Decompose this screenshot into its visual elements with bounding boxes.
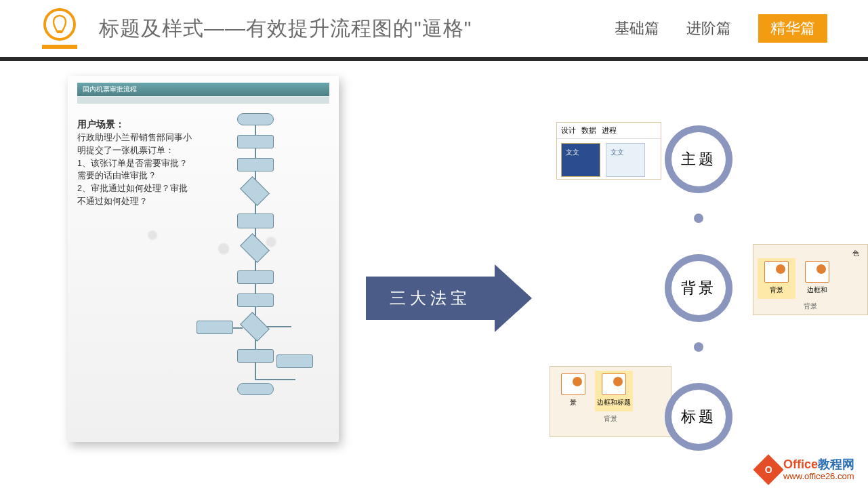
treasure-title: 景 边框和标题 背景 标题	[563, 373, 800, 461]
treasure-background: 色 背景 边框和 背景 背景	[563, 244, 800, 332]
doc-title-bar: 国内机票审批流程	[77, 83, 329, 96]
nav-tabs: 基础篇 进阶篇 精华篇	[615, 14, 827, 43]
tab-essence[interactable]: 精华篇	[758, 14, 827, 43]
tab-data: 数据	[581, 125, 596, 136]
title-ribbon-thumb: 景 边框和标题 背景	[550, 366, 671, 437]
circle-title: 标题	[665, 383, 732, 451]
tab-design: 设计	[561, 125, 576, 136]
svg-rect-1	[57, 31, 62, 33]
treasures-column: 设计 数据 进程 文文 文文 主题 色	[563, 115, 800, 474]
flowchart-document: 国内机票审批流程 用户场景： 行政助理小兰帮销售部同事小明提交了一张机票订单： …	[68, 76, 339, 442]
watermark: O Office教程网 www.office26.com	[758, 458, 854, 481]
bg-ribbon-thumb: 色 背景 边框和 背景	[753, 244, 868, 315]
theme-ribbon-thumb: 设计 数据 进程 文文 文文	[556, 122, 661, 180]
circle-bg-label: 背景	[671, 261, 726, 315]
bulb-icon	[41, 8, 79, 56]
ribbon-btn-background: 背景	[758, 258, 795, 299]
circle-theme: 主题	[665, 125, 732, 193]
theme-thumb-dark: 文文	[561, 143, 600, 177]
circle-theme-label: 主题	[671, 132, 726, 186]
page-title: 标题及样式——有效提升流程图的"逼格"	[99, 15, 472, 43]
ribbon-group-bg: 背景	[758, 302, 863, 311]
doc-sub-bar	[77, 97, 329, 104]
tab-basic[interactable]: 基础篇	[615, 18, 659, 39]
connector-dot	[694, 214, 703, 223]
ribbon-btn-bg2: 景	[554, 371, 592, 411]
ribbon-btn-border-title: 边框和标题	[595, 371, 633, 411]
arrow-label: 三大法宝	[390, 287, 471, 309]
circle-background: 背景	[665, 254, 732, 322]
connector-dot	[694, 342, 703, 352]
ribbon-group-title: 背景	[554, 414, 667, 424]
watermark-brand: Office教程网	[783, 458, 854, 472]
theme-thumb-light: 文文	[606, 143, 645, 177]
scenario-heading: 用户场景：	[77, 117, 192, 131]
watermark-url: www.office26.com	[783, 472, 854, 481]
tab-advanced[interactable]: 进阶篇	[686, 18, 731, 39]
tab-process: 进程	[602, 125, 617, 136]
watermark-icon: O	[753, 454, 783, 485]
arrow-head-icon	[495, 264, 532, 332]
flowchart-diagram	[197, 113, 318, 425]
arrow-three-treasures: 三大法宝	[366, 264, 542, 332]
content-area: 国内机票审批流程 用户场景： 行政助理小兰帮销售部同事小明提交了一张机票订单： …	[0, 61, 868, 481]
circle-title-label: 标题	[671, 390, 726, 444]
ribbon-btn-border: 边框和	[798, 258, 836, 299]
page-header: 标题及样式——有效提升流程图的"逼格" 基础篇 进阶篇 精华篇	[0, 0, 868, 61]
treasure-theme: 设计 数据 进程 文文 文文 主题	[563, 115, 800, 203]
